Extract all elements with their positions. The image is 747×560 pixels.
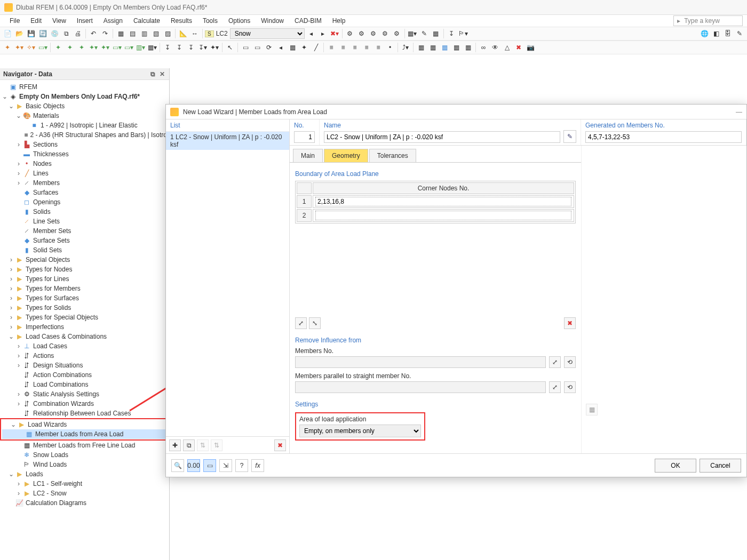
tb-view-icon[interactable]: 🏳▾ (458, 28, 468, 39)
navigator-tree[interactable]: ▣RFEM ⌄◈Empty On Members Only Load FAQ.r… (0, 80, 169, 560)
tb2-5-icon[interactable]: ✦ (53, 42, 63, 53)
dock-icon[interactable]: ⧉ (149, 70, 156, 78)
ft-view-icon[interactable]: ▭ (203, 459, 216, 472)
members-revert-icon[interactable]: ⟲ (564, 356, 576, 368)
list-delete-icon[interactable]: ✖ (274, 439, 286, 451)
tb-cube-icon[interactable]: ◧ (711, 28, 721, 39)
tb2-16-icon[interactable]: ↧ (186, 42, 196, 53)
tb2-18-icon[interactable]: ✦▾ (209, 42, 220, 53)
tb-new-icon[interactable]: 📄 (2, 28, 13, 39)
tb2-sel6-icon[interactable]: ✦ (299, 42, 309, 53)
sidebar-item-member-loads-area[interactable]: ▦Member Loads from Area Load (2, 429, 167, 439)
corner-row-2[interactable] (315, 211, 571, 220)
tb2-g2-icon[interactable]: ▦ (427, 42, 438, 53)
tb2-e3-icon[interactable]: ≡ (349, 42, 360, 53)
tb-grid5-icon[interactable]: ▨ (162, 28, 173, 39)
list-item[interactable]: 1 LC2 - Snow | Uniform | ZA | p : -0.020… (166, 132, 289, 150)
tb-grid1-icon[interactable]: ▦ (115, 28, 126, 39)
tb-gear1-icon[interactable]: ⚙ (345, 28, 355, 39)
tb2-17-icon[interactable]: ↧▾ (197, 42, 208, 53)
members-par-field[interactable] (295, 381, 546, 393)
ft-units-icon[interactable]: 0.00 (187, 459, 200, 472)
ft-fx-icon[interactable]: fx (251, 459, 264, 472)
tb-gear2-icon[interactable]: ⚙ (356, 28, 367, 39)
tb-grid2-icon[interactable]: ▤ (127, 28, 138, 39)
menu-edit[interactable]: Edit (25, 16, 47, 26)
tb-open-icon[interactable]: 📂 (14, 28, 25, 39)
tb2-g4-icon[interactable]: ▦ (451, 42, 462, 53)
right-tool-icon[interactable]: ▦ (586, 404, 598, 415)
menu-results[interactable]: Results (165, 16, 197, 26)
tb-grid4-icon[interactable]: ▧ (150, 28, 161, 39)
members-par-revert-icon[interactable]: ⟲ (564, 381, 576, 393)
menu-calculate[interactable]: Calculate (128, 16, 165, 26)
tb2-link-icon[interactable]: ∞ (478, 42, 489, 53)
tb2-sel2-icon[interactable]: ▭ (252, 42, 263, 53)
tb2-3-icon[interactable]: ✧▾ (26, 42, 36, 53)
name-edit-icon[interactable]: ✎ (563, 130, 576, 143)
menu-file[interactable]: File (4, 16, 25, 26)
tb-arrow-icon[interactable]: ↔ (189, 28, 200, 39)
tb2-e5-icon[interactable]: ≡ (373, 42, 384, 53)
tb2-13-icon[interactable]: ▦▾ (147, 42, 157, 53)
tb2-cam-icon[interactable]: 📷 (525, 42, 536, 53)
tb2-eye-icon[interactable]: 👁 (490, 42, 500, 53)
gen-field[interactable] (585, 131, 742, 143)
tb2-15-icon[interactable]: ↧ (174, 42, 185, 53)
tb-grid3-icon[interactable]: ▥ (139, 28, 149, 39)
tb2-g5-icon[interactable]: ▦ (463, 42, 473, 53)
tb-redo-icon[interactable]: ↷ (100, 28, 110, 39)
tab-tolerances[interactable]: Tolerances (369, 149, 416, 162)
tb2-9-icon[interactable]: ✦▾ (100, 42, 110, 53)
tb2-10-icon[interactable]: ▭▾ (112, 42, 122, 53)
members-pick-icon[interactable]: ⤢ (549, 356, 561, 368)
tb2-sel7-icon[interactable]: ╱ (311, 42, 321, 53)
list-new-icon[interactable]: ✚ (169, 439, 181, 451)
tb-undo-icon[interactable]: ↶ (88, 28, 99, 39)
name-field[interactable] (324, 131, 560, 143)
pick-icon[interactable]: ⤢ (295, 317, 307, 329)
tb2-e4-icon[interactable]: ≡ (361, 42, 372, 53)
tb2-11-icon[interactable]: ▭▾ (123, 42, 134, 53)
minimize-icon[interactable]: — (736, 108, 742, 116)
tb-globe-icon[interactable]: 🌐 (699, 28, 710, 39)
tb-gear4-icon[interactable]: ⚙ (380, 28, 391, 39)
tb-ext1-icon[interactable]: ▦▾ (407, 28, 418, 39)
tb-gear3-icon[interactable]: ⚙ (368, 28, 379, 39)
tb2-sel3-icon[interactable]: ⟳ (264, 42, 274, 53)
tb-ext2-icon[interactable]: ✎ (419, 28, 430, 39)
tb-sc-icon[interactable]: ✎ (734, 28, 745, 39)
ft-axis-icon[interactable]: ⇲ (219, 459, 232, 472)
tb-ext3-icon[interactable]: ▦ (431, 28, 441, 39)
loadcase-selector[interactable]: S LC2 Snow (205, 28, 305, 39)
tb-refresh-icon[interactable]: 🔄 (37, 28, 48, 39)
tab-geometry[interactable]: Geometry (324, 149, 368, 162)
cancel-button[interactable]: Cancel (700, 459, 741, 473)
tb-next-icon[interactable]: ▸ (317, 28, 328, 39)
tb-gear5-icon[interactable]: ⚙ (392, 28, 402, 39)
menu-window[interactable]: Window (256, 16, 289, 26)
members-no-field[interactable] (295, 356, 546, 368)
menu-view[interactable]: View (47, 16, 71, 26)
close-icon[interactable]: ✕ (158, 70, 166, 78)
corner-row-1[interactable] (315, 197, 571, 206)
lc-select[interactable]: Snow (230, 28, 305, 39)
ft-help-icon[interactable]: ? (235, 459, 248, 472)
menu-help[interactable]: Help (327, 16, 351, 26)
tb2-g1-icon[interactable]: ▦ (416, 42, 426, 53)
keyword-search[interactable]: ▸ Type a keyw (673, 15, 743, 26)
tb2-tri-icon[interactable]: △ (502, 42, 512, 53)
tb2-e1-icon[interactable]: ≡ (326, 42, 337, 53)
tb2-8-icon[interactable]: ✦▾ (88, 42, 99, 53)
tb2-cursor-icon[interactable]: ↖ (225, 42, 235, 53)
tb-disk-icon[interactable]: 💿 (49, 28, 60, 39)
tb2-2-icon[interactable]: ✦▾ (14, 42, 25, 53)
menu-cadbim[interactable]: CAD-BIM (289, 16, 327, 26)
tb-flag-icon[interactable]: ↧ (446, 28, 457, 39)
tb-db-icon[interactable]: 🗄 (722, 28, 733, 39)
tb2-e2-icon[interactable]: ≡ (338, 42, 348, 53)
ok-button[interactable]: OK (655, 459, 696, 473)
tb-prev-icon[interactable]: ◂ (306, 28, 316, 39)
tb2-12-icon[interactable]: ▥▾ (135, 42, 146, 53)
tb2-1-icon[interactable]: ✦ (2, 42, 13, 53)
